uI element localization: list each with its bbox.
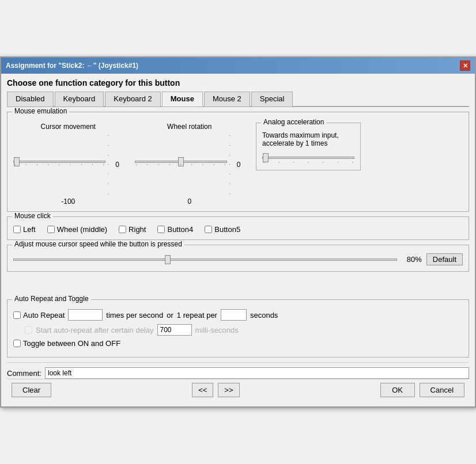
- check-button5-input[interactable]: [205, 226, 212, 233]
- check-wheel-label: Wheel (middle): [57, 225, 107, 234]
- check-button5: Button5: [205, 225, 240, 234]
- tab-keyboard2[interactable]: Keyboard 2: [105, 92, 161, 107]
- next-button[interactable]: >>: [218, 383, 239, 397]
- times-per-second-label: times per second: [106, 311, 163, 320]
- toggle-row: Toggle between ON and OFF: [13, 339, 463, 348]
- title-bar: Assignment for "Stick2: ←" (Joystick#1) …: [1, 58, 475, 74]
- toggle-checkbox[interactable]: [13, 340, 21, 347]
- prev-button[interactable]: <<: [192, 383, 213, 397]
- cursor-movement-ticks: ‘ ‘ ‘ ‘ ‘ ‘ ‘ ‘ ‘: [13, 163, 105, 169]
- mouse-click-group: Mouse click Left Wheel (middle) Right Bu…: [7, 216, 469, 240]
- cursor-movement-group: Cursor movement ‘ ‘ ‘ ‘ ‘ ‘ ‘: [13, 123, 123, 206]
- tab-keyboard[interactable]: Keyboard: [55, 92, 104, 107]
- start-delay-row: Start auto-repeat after certain delay 70…: [25, 324, 463, 336]
- analog-accel-line2: accelerate by 1 times: [262, 139, 354, 147]
- repeat-per-label: 1 repeat per: [177, 311, 217, 320]
- speed-adjust-legend: Adjust mouse cursor speed while the butt…: [12, 240, 184, 248]
- mouse-emulation-content: Cursor movement ‘ ‘ ‘ ‘ ‘ ‘ ‘: [13, 116, 463, 206]
- toggle-check-item: Toggle between ON and OFF: [13, 339, 120, 348]
- auto-repeat-checkbox[interactable]: [13, 311, 21, 319]
- or-label: or: [167, 311, 173, 320]
- analog-accel-line1: Towards maximum input,: [262, 131, 354, 139]
- clear-button[interactable]: Clear: [12, 383, 51, 397]
- mouse-emulation-group: Mouse emulation Cursor movement ‘ ‘ ‘: [7, 112, 469, 212]
- wheel-rotation-group: Wheel rotation ‘ ‘ ‘ ‘ ‘ ‘ ‘: [135, 123, 245, 206]
- analog-acceleration-box: Analog acceleration Towards maximum inpu…: [256, 123, 361, 170]
- start-delay-label: Start auto-repeat after certain delay: [36, 326, 154, 334]
- tab-mouse[interactable]: Mouse: [162, 92, 203, 107]
- auto-repeat-label: Auto Repeat: [23, 311, 65, 320]
- comment-row: Comment:: [7, 362, 469, 379]
- main-window: Assignment for "Stick2: ←" (Joystick#1) …: [0, 56, 476, 408]
- wheel-rotation-ticks: ‘ ‘ ‘ ‘ ‘ ‘ ‘ ‘ ‘: [135, 163, 227, 169]
- close-button[interactable]: ✕: [460, 60, 470, 71]
- check-wheel: Wheel (middle): [47, 225, 107, 234]
- check-wheel-input[interactable]: [47, 226, 55, 233]
- check-left-label: Left: [23, 225, 36, 234]
- ok-button[interactable]: OK: [380, 383, 415, 397]
- check-button4-label: Button4: [167, 225, 193, 234]
- cursor-vert-ticks: · · · · · · ·: [108, 133, 109, 196]
- check-button5-label: Button5: [214, 225, 240, 234]
- cancel-button[interactable]: Cancel: [420, 383, 464, 397]
- mouse-click-legend: Mouse click: [12, 212, 53, 220]
- tab-disabled[interactable]: Disabled: [7, 92, 54, 107]
- tab-bar: Disabled Keyboard Keyboard 2 Mouse Mouse…: [7, 91, 469, 107]
- wheel-rotation-slider-container: ‘ ‘ ‘ ‘ ‘ ‘ ‘ ‘ ‘: [135, 161, 227, 169]
- window-title: Assignment for "Stick2: ←" (Joystick#1): [6, 62, 138, 70]
- speed-slider[interactable]: [13, 258, 397, 261]
- mouse-emulation-legend: Mouse emulation: [12, 107, 69, 115]
- check-button4-input[interactable]: [157, 226, 165, 233]
- analog-acceleration-title: Analog acceleration: [261, 118, 326, 126]
- seconds-label: seconds: [250, 311, 278, 320]
- delay-value-input[interactable]: 700: [157, 324, 192, 336]
- auto-repeat-row: Auto Repeat times per second or 1 repeat…: [13, 309, 463, 321]
- auto-repeat-check-item: Auto Repeat: [13, 311, 65, 320]
- tab-mouse2[interactable]: Mouse 2: [204, 92, 250, 107]
- auto-repeat-legend: Auto Repeat and Toggle: [12, 295, 91, 303]
- speed-value: 80%: [402, 255, 422, 264]
- analog-accel-slider[interactable]: [262, 157, 354, 159]
- speed-row: 80% Default: [13, 249, 463, 265]
- speed-adjust-group: Adjust mouse cursor speed while the butt…: [7, 245, 469, 272]
- wheel-vert-ticks: · · · · · · ·: [229, 133, 231, 196]
- wheel-rotation-label: Wheel rotation: [167, 123, 211, 131]
- milli-seconds-label: milli-seconds: [195, 326, 239, 334]
- cursor-movement-below-value: -100: [61, 197, 75, 206]
- mouse-click-row: Left Wheel (middle) Right Button4 Button…: [13, 220, 463, 234]
- check-left-input[interactable]: [13, 226, 21, 233]
- cursor-movement-row: ‘ ‘ ‘ ‘ ‘ ‘ ‘ ‘ ‘: [13, 133, 123, 196]
- comment-label: Comment:: [7, 369, 41, 378]
- check-right-label: Right: [129, 225, 146, 234]
- wheel-rotation-value: 0: [233, 161, 244, 169]
- cursor-movement-label: Cursor movement: [41, 123, 96, 131]
- check-button4: Button4: [157, 225, 193, 234]
- window-body: Choose one function category for this bu…: [1, 74, 475, 406]
- toggle-label: Toggle between ON and OFF: [23, 339, 120, 348]
- wheel-rotation-row: ‘ ‘ ‘ ‘ ‘ ‘ ‘ ‘ ‘: [135, 133, 245, 196]
- comment-input[interactable]: [45, 367, 469, 379]
- tab-special[interactable]: Special: [251, 92, 293, 107]
- cursor-movement-value: 0: [112, 161, 123, 169]
- check-left: Left: [13, 225, 36, 234]
- check-right: Right: [119, 225, 146, 234]
- times-per-second-input[interactable]: [68, 309, 103, 321]
- auto-repeat-group: Auto Repeat and Toggle Auto Repeat times…: [7, 299, 469, 357]
- bottom-bar: Clear << >> OK Cancel: [7, 379, 469, 401]
- analog-accel-text: Towards maximum input, accelerate by 1 t…: [262, 131, 354, 147]
- cursor-movement-slider-container: ‘ ‘ ‘ ‘ ‘ ‘ ‘ ‘ ‘: [13, 161, 105, 169]
- page-heading: Choose one function category for this bu…: [7, 78, 469, 88]
- seconds-input[interactable]: [221, 309, 247, 321]
- wheel-rotation-below-value: 0: [187, 197, 191, 206]
- auto-repeat-content: Auto Repeat times per second or 1 repeat…: [13, 303, 463, 348]
- check-right-input[interactable]: [119, 226, 126, 233]
- speed-default-button[interactable]: Default: [426, 253, 463, 265]
- start-delay-checkbox[interactable]: [25, 326, 32, 334]
